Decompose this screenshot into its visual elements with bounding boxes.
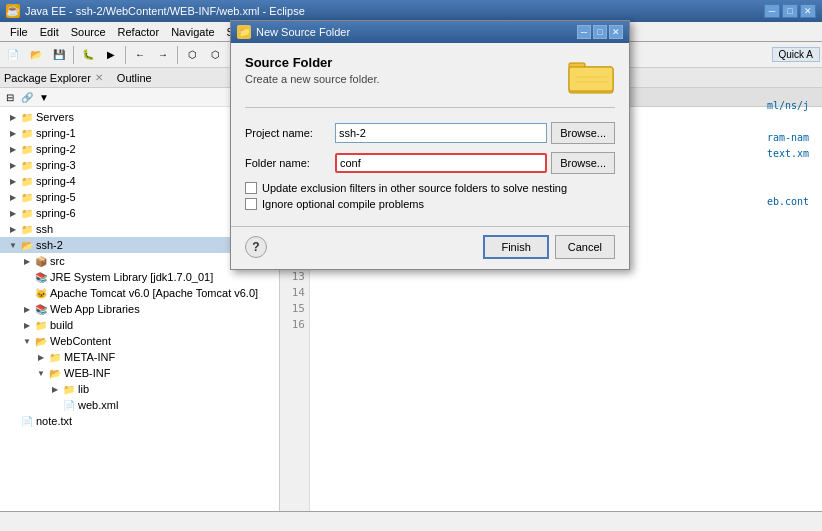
tree-item-notetxt[interactable]: 📄 note.txt [0,413,279,429]
tree-label-webapplib: Web App Libraries [50,303,140,315]
menu-source[interactable]: Source [65,25,112,39]
dialog-folder-graphic [567,55,615,97]
tree-label-spring6: spring-6 [36,207,76,219]
dialog-close-btn[interactable]: ✕ [609,25,623,39]
folder-icon-webcontent: 📂 [34,334,48,348]
cancel-button[interactable]: Cancel [555,235,615,259]
tree-label-jre: JRE System Library [jdk1.7.0_01] [50,271,213,283]
folder-field-row: Folder name: Browse... [245,152,615,174]
tree-arrow-build: ▶ [22,320,32,330]
folder-icon-webinf: 📂 [48,366,62,380]
tree-item-build[interactable]: ▶ 📁 build [0,317,279,333]
tree-arrow-jre [22,272,32,282]
project-browse-btn[interactable]: Browse... [551,122,615,144]
link-editor-btn[interactable]: 🔗 [19,89,35,105]
app-icon: ☕ [6,4,20,18]
minimize-btn[interactable]: ─ [764,4,780,18]
finish-button[interactable]: Finish [483,235,548,259]
tree-arrow-lib: ▶ [50,384,60,394]
toolbar-btn2[interactable]: ⬡ [204,44,226,66]
tree-arrow-webcontent: ▼ [22,336,32,346]
tree-item-jre[interactable]: 📚 JRE System Library [jdk1.7.0_01] [0,269,279,285]
tree-arrow-spring4: ▶ [8,176,18,186]
outline-label[interactable]: Outline [117,72,152,84]
dialog-title-text: New Source Folder [256,26,350,38]
help-button[interactable]: ? [245,236,267,258]
ignore-optional-label: Ignore optional compile problems [262,198,424,210]
checkbox-row-2: Ignore optional compile problems [245,198,615,210]
tree-label-spring2: spring-2 [36,143,76,155]
action-buttons: Finish Cancel [483,235,615,259]
menu-edit[interactable]: Edit [34,25,65,39]
tree-arrow-spring5: ▶ [8,192,18,202]
webapplib-icon: 📚 [34,302,48,316]
toolbar-forward[interactable]: → [152,44,174,66]
tree-arrow-notetxt [8,416,18,426]
dialog-title-bar: 📁 New Source Folder ─ □ ✕ [231,21,629,43]
folder-name-label: Folder name: [245,157,335,169]
menu-navigate[interactable]: Navigate [165,25,220,39]
panel-menu-btn[interactable]: ▼ [36,89,52,105]
tomcat-icon: 🐱 [34,286,48,300]
ignore-optional-checkbox[interactable] [245,198,257,210]
tree-arrow-tomcat [22,288,32,298]
menu-refactor[interactable]: Refactor [112,25,166,39]
tree-item-webinf[interactable]: ▼ 📂 WEB-INF [0,365,279,381]
tree-label-src: src [50,255,65,267]
tree-label-lib: lib [78,383,89,395]
collapse-all-btn[interactable]: ⊟ [2,89,18,105]
tree-arrow-ssh: ▶ [8,224,18,234]
tree-label-spring5: spring-5 [36,191,76,203]
dialog-header-section: Source Folder Create a new source folder… [245,55,615,108]
menu-file[interactable]: File [4,25,34,39]
dialog-window-controls: ─ □ ✕ [577,25,623,39]
toolbar-back[interactable]: ← [129,44,151,66]
project-icon-ssh2: 📂 [20,238,34,252]
toolbar-save[interactable]: 💾 [48,44,70,66]
folder-icon-metainf: 📁 [48,350,62,364]
tree-arrow-webapplib: ▶ [22,304,32,314]
tree-item-webxml[interactable]: 📄 web.xml [0,397,279,413]
project-name-label: Project name: [245,127,335,139]
status-bar [0,511,822,531]
tree-arrow-webinf: ▼ [36,368,46,378]
maximize-btn[interactable]: □ [782,4,798,18]
toolbar-perspective[interactable]: ⬡ [181,44,203,66]
tree-item-webcontent[interactable]: ▼ 📂 WebContent [0,333,279,349]
tree-item-lib[interactable]: ▶ 📁 lib [0,381,279,397]
file-icon-webxml: 📄 [62,398,76,412]
folder-icon-spring4: 📁 [20,174,34,188]
dialog-subtitle: Create a new source folder. [245,73,557,85]
toolbar-sep-1 [73,46,74,64]
tree-label-ssh2: ssh-2 [36,239,63,251]
folder-icon-spring1: 📁 [20,126,34,140]
update-exclusion-checkbox[interactable] [245,182,257,194]
tree-label-webxml: web.xml [78,399,118,411]
dialog-minimize-btn[interactable]: ─ [577,25,591,39]
dialog-maximize-btn[interactable]: □ [593,25,607,39]
tree-label-webinf: WEB-INF [64,367,110,379]
app-title: Java EE - ssh-2/WebContent/WEB-INF/web.x… [25,5,305,17]
folder-browse-btn[interactable]: Browse... [551,152,615,174]
package-explorer-label[interactable]: Package Explorer [4,72,91,84]
toolbar-new[interactable]: 📄 [2,44,24,66]
tree-item-webapplib[interactable]: ▶ 📚 Web App Libraries [0,301,279,317]
tree-item-metainf[interactable]: ▶ 📁 META-INF [0,349,279,365]
tree-label-spring4: spring-4 [36,175,76,187]
tree-item-tomcat[interactable]: 🐱 Apache Tomcat v6.0 [Apache Tomcat v6.0… [0,285,279,301]
toolbar-open[interactable]: 📂 [25,44,47,66]
project-name-input[interactable] [335,123,547,143]
tree-label-build: build [50,319,73,331]
folder-name-input[interactable] [335,153,547,173]
toolbar-debug[interactable]: 🐛 [77,44,99,66]
tree-arrow-spring1: ▶ [8,128,18,138]
dialog-title-icon: 📁 [237,25,251,39]
tree-label-ssh: ssh [36,223,53,235]
toolbar-run[interactable]: ▶ [100,44,122,66]
svg-rect-2 [569,67,613,91]
new-source-folder-dialog[interactable]: 📁 New Source Folder ─ □ ✕ Source Folder … [230,20,630,270]
close-btn[interactable]: ✕ [800,4,816,18]
dialog-header-text: Source Folder Create a new source folder… [245,55,557,85]
quick-access-bar[interactable]: Quick A [772,47,820,62]
tree-label-metainf: META-INF [64,351,115,363]
